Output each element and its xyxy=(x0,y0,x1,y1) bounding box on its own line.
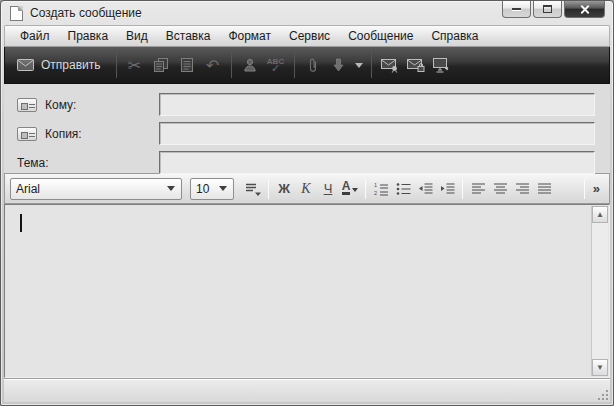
send-button[interactable]: Отправить xyxy=(11,54,111,76)
message-body-area: ▲ ▼ xyxy=(4,204,610,378)
scissors-icon: ✂ xyxy=(128,56,141,75)
to-row: Кому: xyxy=(4,90,610,119)
send-button-label: Отправить xyxy=(41,58,101,72)
svg-text:1: 1 xyxy=(374,182,377,188)
decrease-indent-button[interactable] xyxy=(414,178,436,200)
underline-button[interactable]: Ч xyxy=(317,178,339,200)
italic-button[interactable]: К xyxy=(295,178,317,200)
bold-button[interactable]: Ж xyxy=(273,178,295,200)
menubar: Файл Правка Вид Вставка Формат Сервис Со… xyxy=(4,25,610,47)
font-size-select[interactable]: 10 xyxy=(190,178,234,200)
bulleted-list-button[interactable] xyxy=(392,178,414,200)
copy-icon xyxy=(154,58,168,72)
bulleted-list-icon xyxy=(396,182,411,196)
paragraph-style-button[interactable] xyxy=(242,178,264,200)
menu-item-message[interactable]: Сообщение xyxy=(339,27,422,45)
paste-icon xyxy=(181,58,193,72)
maximize-button[interactable] xyxy=(533,1,562,18)
copy-button[interactable] xyxy=(148,52,174,78)
attach-file-button[interactable] xyxy=(300,52,326,78)
menu-item-edit[interactable]: Правка xyxy=(59,27,118,45)
paste-button[interactable] xyxy=(174,52,200,78)
address-book-icon[interactable] xyxy=(17,127,37,141)
italic-icon: К xyxy=(301,181,310,197)
paragraph-style-icon xyxy=(245,182,261,196)
to-field[interactable] xyxy=(159,93,595,116)
font-name-select[interactable]: Arial xyxy=(10,178,182,200)
minimize-button[interactable] xyxy=(502,1,531,18)
contact-person-icon xyxy=(243,58,257,72)
numbered-list-button[interactable]: 12 xyxy=(370,178,392,200)
toolbar-separator xyxy=(116,52,117,78)
subject-label: Тема: xyxy=(17,156,49,170)
font-size-value: 10 xyxy=(196,182,213,196)
font-name-value: Arial xyxy=(16,182,161,196)
chevron-down-icon xyxy=(352,188,358,195)
address-book-icon[interactable] xyxy=(17,98,37,112)
indent-icon xyxy=(440,182,455,196)
increase-indent-button[interactable] xyxy=(436,178,458,200)
numbered-list-icon: 12 xyxy=(374,182,389,196)
chevron-down-icon xyxy=(219,186,227,195)
more-chevron-icon: » xyxy=(589,181,604,196)
priority-arrow-icon xyxy=(333,58,344,72)
align-left-button[interactable] xyxy=(467,178,489,200)
check-names-button[interactable] xyxy=(237,52,263,78)
menu-item-tools[interactable]: Сервис xyxy=(280,27,339,45)
spelling-button[interactable]: ABC ✓ xyxy=(263,52,289,78)
window-title: Создать сообщение xyxy=(30,6,142,20)
align-right-button[interactable] xyxy=(511,178,533,200)
scroll-down-button[interactable]: ▼ xyxy=(592,359,608,376)
menu-item-format[interactable]: Формат xyxy=(219,27,280,45)
text-caret xyxy=(20,214,22,232)
toolbar-separator xyxy=(371,52,372,78)
format-toolbar: Arial 10 Ж К Ч А 12 xyxy=(4,173,610,204)
work-offline-button[interactable] xyxy=(429,52,455,78)
encrypt-button[interactable] xyxy=(403,52,429,78)
titlebar[interactable]: Создать сообщение xyxy=(4,1,610,25)
to-label: Кому: xyxy=(45,98,76,112)
cc-row: Копия: xyxy=(4,119,610,148)
align-center-icon xyxy=(493,182,508,196)
toolbar-separator xyxy=(268,179,269,199)
status-bar xyxy=(4,378,610,402)
undo-button[interactable]: ↶ xyxy=(200,52,226,78)
main-toolbar: Отправить ✂ ↶ ABC ✓ xyxy=(4,47,610,84)
align-center-button[interactable] xyxy=(489,178,511,200)
priority-button[interactable] xyxy=(326,52,352,78)
menu-item-view[interactable]: Вид xyxy=(117,27,157,45)
resize-grip[interactable] xyxy=(597,389,608,400)
sign-envelope-icon xyxy=(381,58,399,73)
undo-icon: ↶ xyxy=(206,56,219,75)
menu-item-file[interactable]: Файл xyxy=(11,27,59,45)
send-envelope-icon xyxy=(17,59,34,71)
justify-icon xyxy=(537,182,552,196)
justify-button[interactable] xyxy=(533,178,555,200)
close-icon xyxy=(579,4,590,15)
align-right-icon xyxy=(515,182,530,196)
scroll-up-button[interactable]: ▲ xyxy=(592,206,608,223)
cc-field[interactable] xyxy=(159,122,595,145)
caption-buttons xyxy=(500,1,605,18)
menu-item-insert[interactable]: Вставка xyxy=(157,27,220,45)
vertical-scrollbar[interactable]: ▲ ▼ xyxy=(591,206,608,376)
digitally-sign-button[interactable] xyxy=(377,52,403,78)
subject-field[interactable] xyxy=(159,151,595,174)
underline-icon: Ч xyxy=(324,181,333,196)
priority-dropdown-button[interactable] xyxy=(352,52,366,78)
spelling-abc-icon: ABC ✓ xyxy=(267,59,284,71)
new-message-icon xyxy=(10,6,23,21)
toolbar-separator xyxy=(231,52,232,78)
compose-message-window: Создать сообщение Файл Правка Вид Вставк… xyxy=(0,0,614,406)
cut-button[interactable]: ✂ xyxy=(122,52,148,78)
toolbar-overflow-button[interactable]: » xyxy=(580,179,604,199)
toolbar-separator xyxy=(365,179,366,199)
cc-label: Копия: xyxy=(45,127,82,141)
message-headers: Кому: Копия: Тема: xyxy=(4,84,610,173)
chevron-down-icon xyxy=(355,63,363,72)
minimize-icon xyxy=(512,8,521,11)
close-button[interactable] xyxy=(564,1,605,18)
menu-item-help[interactable]: Справка xyxy=(422,27,487,45)
font-color-button[interactable]: А xyxy=(339,178,361,200)
font-color-icon: А xyxy=(342,182,351,195)
